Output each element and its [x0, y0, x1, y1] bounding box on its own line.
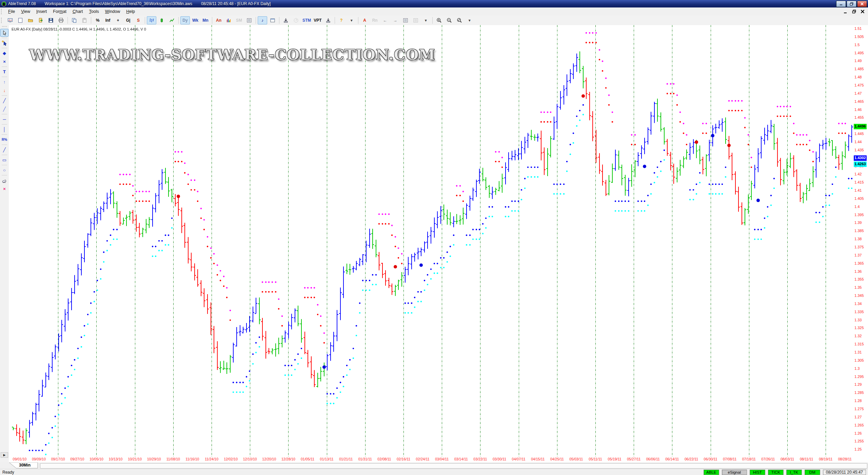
palette-separator: [2, 114, 7, 114]
rectangle-tool[interactable]: ▭: [0, 156, 8, 164]
menu-grip[interactable]: [1, 9, 3, 14]
tab-30min[interactable]: 30Min: [9, 462, 38, 469]
overflow-1-button[interactable]: ▾: [347, 16, 356, 24]
main-toolbar: %Inf+G|SDyWkMnAnSM♪STMVPT?▾ARn←→▾▾: [0, 16, 868, 25]
vertical-line-tool[interactable]: │: [0, 126, 8, 133]
analysis-button[interactable]: An: [214, 16, 223, 24]
price-chart-canvas[interactable]: [9, 25, 854, 457]
menu-view[interactable]: View: [18, 8, 33, 15]
stm-button[interactable]: STM: [301, 16, 312, 24]
window-layout-button[interactable]: [268, 16, 277, 24]
add-button[interactable]: +: [113, 16, 123, 24]
paste-button[interactable]: [80, 16, 89, 24]
print-button[interactable]: [56, 16, 66, 24]
mdi-close-button[interactable]: [860, 9, 865, 14]
pointer-tool[interactable]: [0, 29, 8, 37]
forward-button[interactable]: →: [391, 16, 400, 24]
data-download-2-button[interactable]: [323, 16, 333, 24]
open-button[interactable]: [26, 16, 35, 24]
toolbar-grip[interactable]: [1, 18, 3, 23]
menu-help[interactable]: Help: [123, 8, 138, 15]
sound-alert-button[interactable]: ♪: [258, 16, 267, 24]
menu-insert[interactable]: Insert: [33, 8, 50, 15]
price-axis[interactable]: 1.511.5051.51.4951.491.4851.481.4751.471…: [854, 25, 868, 457]
price-tick-label: 1.41: [854, 188, 862, 192]
data-download-button[interactable]: [281, 16, 291, 24]
quote-list-button[interactable]: [244, 16, 254, 24]
gauge-icon: [293, 18, 299, 23]
palette-expand-button[interactable]: ▶: [1, 452, 8, 458]
ellipse-tool[interactable]: ○: [0, 166, 8, 174]
tab-row: 30Min: [0, 462, 868, 469]
monthly-button[interactable]: Mn: [201, 16, 210, 24]
date-tick-label: 03/04/11: [435, 457, 449, 461]
pointer-add-icon: [2, 40, 7, 46]
info-button[interactable]: Inf: [103, 16, 113, 24]
retracement-tool[interactable]: R%: [0, 136, 8, 144]
date-tick-label: 11/08/10: [166, 457, 180, 461]
zoom-reset-button[interactable]: [455, 16, 464, 24]
vpt-button[interactable]: VPT: [313, 16, 322, 24]
back-button[interactable]: ←: [380, 16, 390, 24]
annotation-a-button[interactable]: A: [360, 16, 370, 24]
trendline-tool[interactable]: ╱: [0, 105, 8, 113]
chart-window-button[interactable]: [5, 16, 15, 24]
grid-button[interactable]: G|: [123, 16, 133, 24]
point-marker-tool[interactable]: ◆: [0, 49, 8, 57]
overflow-3-button[interactable]: ▾: [465, 16, 474, 24]
report-button[interactable]: [401, 16, 410, 24]
delete-red-x-tool[interactable]: ×: [0, 185, 8, 193]
sm-button[interactable]: SM: [234, 16, 244, 24]
pointer-add-tool[interactable]: [0, 39, 8, 47]
zoom-in-button[interactable]: [434, 16, 444, 24]
price-tick-label: 1.335: [854, 310, 864, 314]
horizontal-line-tool[interactable]: ─: [0, 115, 8, 123]
segment-tool[interactable]: ╱: [0, 146, 8, 154]
menu-file[interactable]: File: [5, 8, 18, 15]
tab-strip[interactable]: [40, 463, 867, 469]
restore-button[interactable]: [847, 1, 856, 7]
arrow-down-tool[interactable]: ↓: [0, 87, 8, 94]
zoom-out-button[interactable]: [445, 16, 454, 24]
toolbar-separator: [256, 17, 256, 24]
title-bar[interactable]: AbleTrend 7.08 Workspace 1: C:\Program F…: [0, 0, 868, 7]
import-data-button[interactable]: [36, 16, 45, 24]
date-tick-label: 03/30/11: [493, 457, 506, 461]
symbol-s-button[interactable]: S: [134, 16, 143, 24]
price-tick-label: 1.495: [854, 51, 864, 55]
rn-button[interactable]: Rn: [370, 16, 380, 24]
menu-tools[interactable]: Tools: [86, 8, 102, 15]
percent-button[interactable]: %: [93, 16, 102, 24]
menu-window[interactable]: Window: [102, 8, 123, 15]
gauge-button[interactable]: [291, 16, 301, 24]
copy-button[interactable]: [70, 16, 79, 24]
eraser-tool[interactable]: [0, 176, 8, 184]
price-tick-label: 1.475: [854, 83, 864, 87]
mdi-restore-button[interactable]: [851, 9, 857, 14]
date-axis[interactable]: 09/01/1009/09/1009/17/1009/27/1010/05/10…: [9, 457, 868, 462]
text-tool-tool[interactable]: T: [0, 68, 8, 76]
new-page-button[interactable]: [16, 16, 25, 24]
line-chart-type-button[interactable]: [167, 16, 177, 24]
report-2-button[interactable]: [411, 16, 420, 24]
volume-bars-button[interactable]: [224, 16, 234, 24]
price-tick-label: 1.395: [854, 213, 864, 217]
close-button[interactable]: [857, 1, 867, 7]
menu-chart[interactable]: Chart: [70, 8, 86, 15]
weekly-button[interactable]: Wk: [191, 16, 200, 24]
save-button[interactable]: [46, 16, 56, 24]
delete-object-tool[interactable]: ×: [0, 58, 8, 65]
trendline-dotted-tool[interactable]: ╱: [0, 97, 8, 104]
palette-separator: [2, 66, 7, 67]
daily-button[interactable]: Dy: [180, 16, 190, 24]
bar-chart-type-button[interactable]: [147, 16, 156, 24]
minimize-button[interactable]: [836, 1, 846, 7]
arrow-up-tool[interactable]: ↑: [0, 78, 8, 86]
candle-chart-type-button[interactable]: [157, 16, 166, 24]
line-chart-type-icon: [169, 18, 175, 23]
palette-grip[interactable]: [2, 26, 7, 28]
help-button[interactable]: ?: [337, 16, 346, 24]
mdi-minimize-button[interactable]: [843, 9, 848, 14]
menu-format[interactable]: Format: [50, 8, 70, 15]
overflow-2-button[interactable]: ▾: [421, 16, 431, 24]
